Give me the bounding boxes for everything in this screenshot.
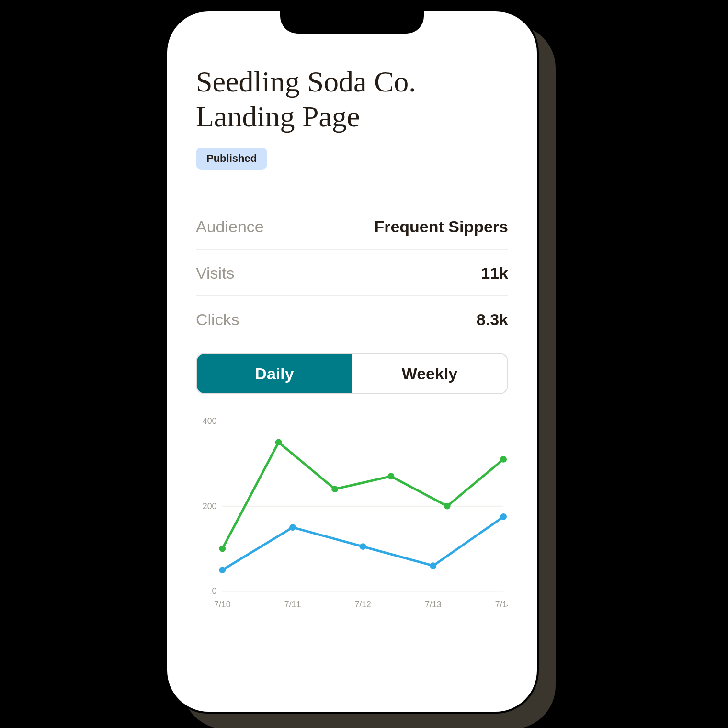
x-tick-label: 7/14	[495, 600, 508, 609]
series-line	[222, 443, 503, 549]
metric-row-visits: Visits 11k	[196, 250, 508, 296]
line-chart: 02004007/107/117/127/137/14	[196, 416, 508, 615]
status-badge: Published	[196, 148, 267, 170]
series-point	[331, 486, 338, 493]
phone-frame: Seedling Soda Co. Landing Page Published…	[165, 10, 539, 714]
x-tick-label: 7/10	[214, 600, 231, 609]
series-point	[387, 473, 394, 480]
metric-label: Visits	[196, 264, 235, 283]
series-point	[444, 503, 451, 510]
series-point	[289, 524, 296, 531]
metric-label: Clicks	[196, 310, 239, 329]
series-point	[275, 439, 282, 446]
metric-value: 8.3k	[477, 310, 508, 329]
metric-row-audience: Audience Frequent Sippers	[196, 203, 508, 250]
series-point	[500, 513, 507, 520]
metrics-list: Audience Frequent Sippers Visits 11k Cli…	[196, 203, 508, 341]
time-range-segmented-control: Daily Weekly	[196, 353, 508, 394]
segment-daily[interactable]: Daily	[197, 354, 352, 393]
chart-svg: 02004007/107/117/127/137/14	[196, 416, 508, 615]
series-point	[360, 544, 366, 550]
metric-row-clicks: Clicks 8.3k	[196, 296, 508, 341]
x-tick-label: 7/12	[354, 600, 371, 609]
y-tick-label: 200	[203, 501, 217, 511]
y-tick-label: 0	[212, 587, 217, 596]
x-tick-label: 7/11	[284, 600, 301, 609]
page-title: Seedling Soda Co. Landing Page	[196, 64, 508, 134]
metric-value: Frequent Sippers	[374, 217, 508, 236]
segment-weekly[interactable]: Weekly	[352, 354, 507, 393]
y-tick-label: 400	[203, 416, 217, 426]
series-point	[430, 563, 437, 569]
metric-value: 11k	[481, 264, 508, 283]
metric-label: Audience	[196, 217, 264, 236]
series-point	[219, 567, 226, 573]
x-tick-label: 7/13	[425, 600, 442, 609]
series-point	[219, 546, 226, 552]
series-point	[500, 456, 507, 463]
